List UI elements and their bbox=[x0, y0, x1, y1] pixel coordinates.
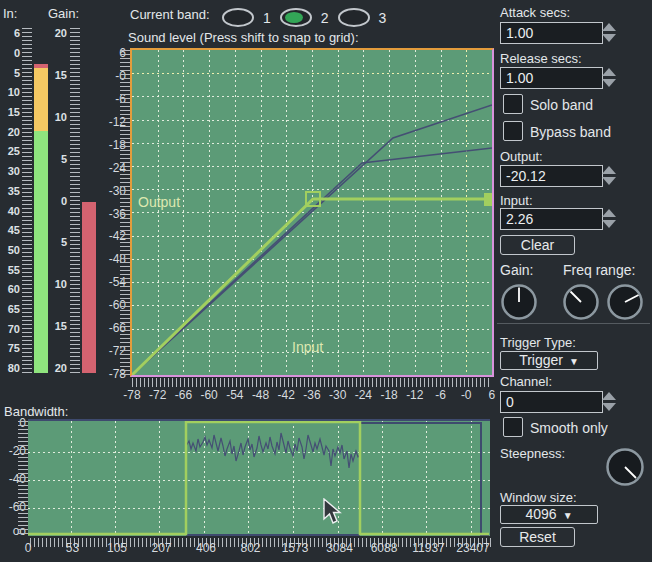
gain-knob[interactable] bbox=[500, 283, 538, 321]
in-scale-tick: 6 bbox=[0, 27, 20, 39]
in-scale-tick: 5 bbox=[0, 67, 20, 79]
in-scale-tick: 25 bbox=[0, 145, 20, 157]
trigger-type-label: Trigger Type: bbox=[500, 335, 576, 350]
in-scale-tick: 45 bbox=[0, 224, 20, 236]
gain-knob-label: Gain: bbox=[500, 262, 533, 278]
output-axis-label: Output bbox=[138, 194, 180, 210]
panel-separator bbox=[497, 323, 650, 324]
bandwidth-x-tick: 6088 bbox=[362, 541, 406, 555]
bandwidth-x-tick: 802 bbox=[229, 541, 273, 555]
attack-label: Attack secs: bbox=[500, 5, 570, 20]
channel-value: 0 bbox=[506, 394, 514, 410]
gain-meter-ruler bbox=[70, 28, 80, 375]
input-value: 2.26 bbox=[506, 211, 533, 227]
channel-spinner[interactable] bbox=[601, 391, 617, 411]
gain-scale-tick: 15 bbox=[46, 69, 67, 81]
smooth-only-checkbox[interactable] bbox=[503, 417, 523, 437]
attack-spinner[interactable] bbox=[601, 22, 617, 42]
attack-field[interactable]: 1.00 bbox=[500, 22, 603, 44]
bandwidth-x-tick: 1573 bbox=[273, 541, 317, 555]
input-field[interactable]: 2.26 bbox=[500, 208, 603, 230]
in-scale-tick: 30 bbox=[0, 165, 20, 177]
window-size-label: Window size: bbox=[500, 490, 577, 505]
in-scale-tick: 35 bbox=[0, 185, 20, 197]
input-axis-label: Input bbox=[292, 339, 323, 355]
bypass-band-label: Bypass band bbox=[530, 124, 611, 140]
in-scale-tick: 15 bbox=[0, 106, 20, 118]
sound-level-title: Sound level (Press shift to snap to grid… bbox=[128, 30, 359, 45]
bandwidth-y-ruler bbox=[18, 421, 28, 535]
sound-level-plot[interactable]: Output Input bbox=[130, 48, 494, 377]
in-meter-ruler bbox=[22, 28, 32, 375]
band-radio-label: 1 bbox=[263, 10, 271, 26]
trigger-type-dropdown[interactable]: Trigger▼ bbox=[500, 351, 598, 370]
output-label: Output: bbox=[500, 149, 543, 164]
smooth-only-label: Smooth only bbox=[530, 420, 608, 436]
release-field[interactable]: 1.00 bbox=[500, 67, 603, 89]
dropdown-arrow-icon: ▼ bbox=[569, 356, 579, 367]
band-radio-label: 2 bbox=[321, 10, 329, 26]
band-radio-1[interactable] bbox=[222, 8, 254, 27]
band-radio-2[interactable] bbox=[280, 8, 312, 27]
release-label: Release secs: bbox=[500, 51, 582, 66]
attack-value: 1.00 bbox=[506, 25, 533, 41]
main-plot-x-ruler bbox=[132, 378, 492, 387]
release-spinner[interactable] bbox=[601, 67, 617, 87]
band-radio-group: 123 bbox=[222, 8, 386, 27]
band-radio-label: 3 bbox=[379, 10, 387, 26]
spectrum-trace bbox=[186, 433, 360, 468]
window-size-dropdown[interactable]: 4096▼ bbox=[500, 505, 598, 524]
bandwidth-x-tick: 105 bbox=[95, 541, 139, 555]
in-scale-tick: 70 bbox=[0, 323, 20, 335]
gain-scale-tick: 15 bbox=[46, 320, 67, 332]
bandwidth-x-tick: 53 bbox=[51, 541, 95, 555]
output-value: -20.12 bbox=[506, 168, 546, 184]
in-scale-tick: 60 bbox=[0, 283, 20, 295]
solo-band-checkbox[interactable] bbox=[503, 94, 523, 114]
main-plot-curves bbox=[132, 50, 492, 375]
bandwidth-x-tick: 207 bbox=[140, 541, 184, 555]
band-radio-3[interactable] bbox=[338, 8, 370, 27]
band1-curve bbox=[132, 105, 492, 375]
in-scale-tick: 20 bbox=[0, 126, 20, 138]
mouse-cursor bbox=[323, 498, 343, 526]
solo-band-label: Solo band bbox=[530, 97, 593, 113]
steepness-knob[interactable] bbox=[605, 447, 645, 487]
dropdown-arrow-icon: ▼ bbox=[563, 510, 573, 521]
in-scale-tick: 0 bbox=[0, 47, 20, 59]
reset-button[interactable]: Reset bbox=[500, 527, 575, 547]
in-scale-tick: 65 bbox=[0, 303, 20, 315]
trigger-type-value: Trigger bbox=[519, 352, 563, 368]
steepness-label: Steepness: bbox=[500, 446, 565, 461]
bypass-band-checkbox[interactable] bbox=[503, 121, 523, 141]
bandwidth-x-tick: 3084 bbox=[318, 541, 362, 555]
in-scale-tick: 75 bbox=[0, 342, 20, 354]
in-scale-tick: 10 bbox=[0, 86, 20, 98]
bandwidth-plot[interactable] bbox=[28, 419, 490, 536]
freq-low-knob[interactable] bbox=[562, 283, 600, 321]
input-label: Input: bbox=[500, 193, 533, 208]
output-spinner[interactable] bbox=[601, 165, 617, 185]
in-scale-tick: 50 bbox=[0, 244, 20, 256]
gain-scale-tick: 10 bbox=[46, 111, 67, 123]
other-band-envelope bbox=[360, 423, 489, 535]
freq-high-knob[interactable] bbox=[606, 283, 644, 321]
gain-scale-tick: 20 bbox=[46, 27, 67, 39]
main-plot-y-ruler bbox=[120, 50, 130, 375]
in-meter-scale: 605101520253035404550556065707580 bbox=[0, 0, 20, 400]
input-spinner[interactable] bbox=[601, 208, 617, 228]
bandwidth-x-tick: 11937 bbox=[407, 541, 451, 555]
window-size-value: 4096 bbox=[525, 506, 556, 522]
release-value: 1.00 bbox=[506, 70, 533, 86]
clear-button[interactable]: Clear bbox=[500, 235, 575, 255]
gain-scale-tick: 0 bbox=[46, 195, 67, 207]
current-band-label: Current band: bbox=[130, 7, 210, 22]
gain-scale-tick: 5 bbox=[46, 153, 67, 165]
gain-scale-tick: 5 bbox=[46, 236, 67, 248]
output-field[interactable]: -20.12 bbox=[500, 165, 603, 187]
radio-selected-dot bbox=[285, 12, 303, 23]
in-scale-tick: 55 bbox=[0, 264, 20, 276]
in-scale-tick: 40 bbox=[0, 205, 20, 217]
channel-field[interactable]: 0 bbox=[500, 391, 603, 413]
bandwidth-x-tick: 406 bbox=[184, 541, 228, 555]
